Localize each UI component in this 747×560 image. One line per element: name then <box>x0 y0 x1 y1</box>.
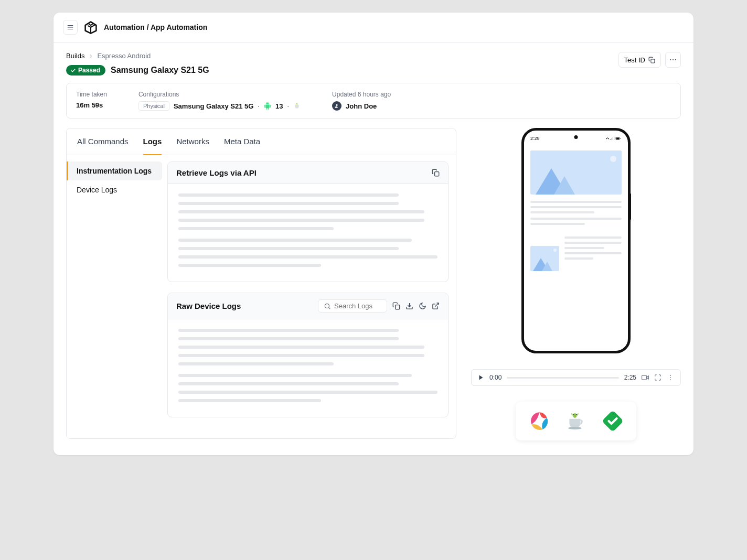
player-end: 2:25 <box>624 374 636 381</box>
tab-logs[interactable]: Logs <box>143 128 162 155</box>
info-bar: Time taken 16m 59s Configurations Physic… <box>66 83 681 119</box>
fullscreen-icon[interactable] <box>654 374 661 381</box>
log-nav: Instrumentation LogsDevice Logs <box>67 155 166 438</box>
player-track[interactable] <box>507 377 618 379</box>
external-link-icon <box>432 302 440 310</box>
icon-tray <box>516 402 636 440</box>
more-icon <box>669 56 677 64</box>
configurations-label: Configurations <box>138 91 301 98</box>
download-button[interactable] <box>405 302 413 310</box>
camera-icon[interactable] <box>642 374 649 381</box>
chevron-right-icon <box>88 53 94 59</box>
video-player[interactable]: 0:00 2:25 <box>471 369 681 386</box>
svg-marker-21 <box>479 375 483 380</box>
hamburger-icon <box>67 24 74 31</box>
svg-rect-20 <box>620 138 621 139</box>
svg-point-7 <box>336 104 337 106</box>
svg-point-4 <box>670 59 671 60</box>
android-icon <box>264 102 271 110</box>
time-taken-value: 16m 59s <box>76 101 107 109</box>
copy-icon <box>392 302 400 310</box>
svg-rect-30 <box>577 413 579 416</box>
svg-line-10 <box>329 307 330 309</box>
svg-rect-14 <box>611 139 611 140</box>
tab-meta-data[interactable]: Meta Data <box>224 128 260 155</box>
appium-icon <box>528 410 550 432</box>
dark-mode-button[interactable] <box>419 302 426 310</box>
status-badge: Passed <box>66 65 105 76</box>
svg-point-25 <box>670 379 671 380</box>
test-id-button[interactable]: Test ID <box>618 52 661 68</box>
avatar <box>332 101 342 111</box>
moon-icon <box>419 302 426 310</box>
play-icon <box>478 374 484 381</box>
more-button[interactable] <box>665 52 681 68</box>
player-start: 0:00 <box>489 374 501 381</box>
tab-all-commands[interactable]: All Commands <box>77 128 129 155</box>
svg-point-5 <box>673 59 674 60</box>
svg-rect-3 <box>651 59 655 62</box>
svg-point-9 <box>325 304 329 308</box>
logs-panel: All CommandsLogsNetworksMeta Data Instru… <box>66 128 456 439</box>
raw-logs-card: Raw Device Logs <box>167 293 449 417</box>
tab-networks[interactable]: Networks <box>176 128 209 155</box>
external-link-button[interactable] <box>432 302 440 310</box>
svg-line-13 <box>435 303 439 307</box>
copy-logs-button[interactable] <box>392 302 400 310</box>
updated-label: Updated 6 hours ago <box>332 91 391 98</box>
svg-point-26 <box>573 413 577 417</box>
breadcrumb-current: Espresso Android <box>97 52 151 60</box>
nav-device-logs[interactable]: Device Logs <box>67 180 166 199</box>
svg-rect-17 <box>614 137 614 141</box>
breadcrumb-root[interactable]: Builds <box>66 52 84 60</box>
search-input[interactable] <box>334 302 381 310</box>
search-logs[interactable] <box>318 299 387 313</box>
svg-point-6 <box>675 59 676 60</box>
svg-rect-19 <box>616 138 619 139</box>
raw-logs-body <box>168 319 448 417</box>
physical-tag: Physical <box>138 101 169 111</box>
passed-check-icon <box>602 410 624 432</box>
device-preview: 2:29 <box>521 128 631 353</box>
retrieve-logs-body <box>168 184 448 282</box>
svg-point-24 <box>670 377 671 378</box>
svg-rect-22 <box>642 375 647 380</box>
time-taken-label: Time taken <box>76 91 107 98</box>
retrieve-logs-card: Retrieve Logs via API <box>167 161 449 282</box>
breadcrumb: Builds Espresso Android <box>66 52 209 60</box>
header-breadcrumb: Automation / App Automation <box>104 23 207 31</box>
retrieve-logs-title: Retrieve Logs via API <box>176 168 257 177</box>
svg-point-28 <box>576 414 577 415</box>
search-icon <box>324 303 331 310</box>
raw-logs-title: Raw Device Logs <box>176 301 241 310</box>
svg-rect-16 <box>613 137 613 140</box>
espresso-icon <box>293 102 301 110</box>
config-os: 13 <box>275 102 283 110</box>
svg-rect-15 <box>612 138 612 141</box>
tabs: All CommandsLogsNetworksMeta Data <box>67 128 456 155</box>
user-name: John Doe <box>346 102 377 110</box>
svg-point-23 <box>670 375 671 376</box>
svg-rect-29 <box>571 413 573 416</box>
player-more-icon[interactable] <box>667 374 674 381</box>
svg-point-27 <box>573 414 574 415</box>
page-title: Samsung Galaxy S21 5G <box>111 66 209 75</box>
espresso-cup-icon <box>565 410 587 432</box>
logo-icon <box>84 20 98 34</box>
svg-rect-8 <box>435 172 439 176</box>
check-icon <box>70 68 76 73</box>
config-device: Samsung Galaxy S21 5G <box>174 102 253 110</box>
svg-rect-11 <box>396 305 400 309</box>
copy-button[interactable] <box>432 169 440 177</box>
phone-time: 2:29 <box>530 136 540 141</box>
download-icon <box>405 302 413 310</box>
status-icons <box>606 136 622 141</box>
nav-instrumentation-logs[interactable]: Instrumentation Logs <box>67 161 162 180</box>
menu-button[interactable] <box>63 20 78 35</box>
copy-icon <box>432 169 440 177</box>
copy-icon <box>648 57 655 63</box>
svg-point-31 <box>568 427 581 429</box>
